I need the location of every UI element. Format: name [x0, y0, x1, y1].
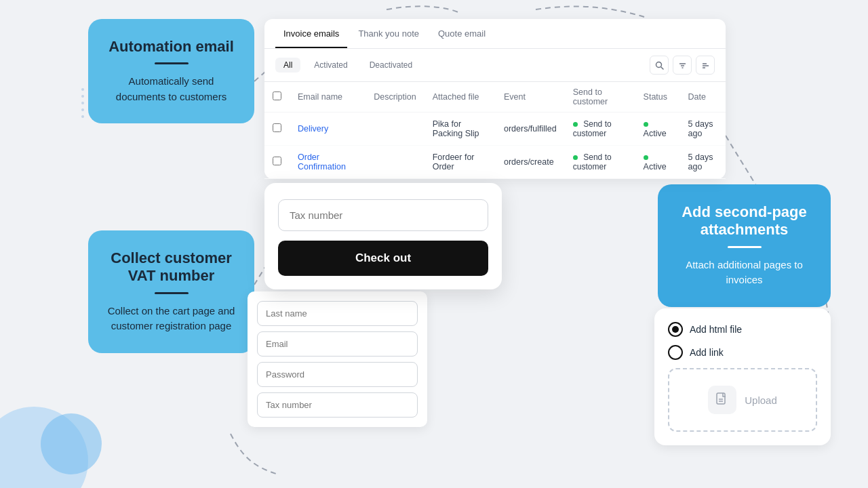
row-event-2: orders/create: [496, 146, 565, 179]
svg-line-1: [661, 67, 663, 69]
card-automation: Automation email Automatically send docu…: [88, 19, 254, 123]
row-date-1: 5 days ago: [680, 113, 726, 146]
sort-button[interactable]: [696, 56, 715, 75]
card-attachments: Add second-page attachments Attach addit…: [658, 184, 831, 307]
upload-icon: [708, 386, 736, 414]
card-automation-title: Automation email: [104, 38, 238, 56]
status-dot-1: [573, 122, 578, 127]
row-1-checkbox[interactable]: [273, 123, 281, 132]
upload-label: Upload: [745, 394, 777, 406]
invoice-filter-bar: All Activated Deactivated: [264, 49, 726, 82]
row-date-2: 5 days ago: [680, 146, 726, 179]
filter-button[interactable]: [673, 56, 692, 75]
attachments-panel: Add html file Add link Upload: [654, 308, 831, 445]
filter-icons-group: [650, 56, 715, 75]
row-description-2: [366, 146, 425, 179]
col-date: Date: [680, 82, 726, 113]
radio-link-icon: [668, 345, 683, 360]
search-icon: [655, 61, 664, 70]
row-send-1: Send to customer: [565, 113, 635, 146]
table-row: Delivery Pika for Packing Slip orders/fu…: [264, 113, 726, 146]
radio-link-label: Add link: [690, 347, 724, 358]
svg-point-0: [656, 62, 661, 67]
last-name-input[interactable]: [257, 301, 418, 326]
filter-all[interactable]: All: [275, 58, 300, 73]
search-button[interactable]: [650, 56, 669, 75]
col-checkbox: [264, 82, 290, 113]
sort-icon: [701, 61, 710, 70]
row-description-1: [366, 113, 425, 146]
registration-panel: [248, 291, 427, 427]
tab-thank-you-note[interactable]: Thank you note: [350, 19, 427, 48]
row-email-name-1[interactable]: Delivery: [290, 113, 366, 146]
tab-invoice-emails[interactable]: Invoice emails: [275, 19, 347, 48]
row-checkbox-1[interactable]: [264, 113, 290, 146]
radio-html-icon: [668, 322, 683, 337]
invoice-panel: Invoice emails Thank you note Quote emai…: [264, 19, 726, 179]
row-send-2: Send to customer: [565, 146, 635, 179]
radio-option-html[interactable]: Add html file: [668, 322, 817, 337]
select-all-checkbox[interactable]: [273, 92, 281, 100]
col-event: Event: [496, 82, 565, 113]
card-attachments-description: Attach additional pages to invoices: [674, 258, 814, 288]
card-vat-description: Collect on the cart page and customer re…: [104, 304, 238, 334]
checkout-button[interactable]: Check out: [278, 241, 488, 276]
active-dot-2: [644, 155, 648, 160]
bg-circle-small: [41, 413, 102, 474]
upload-zone[interactable]: Upload: [668, 368, 817, 432]
password-input[interactable]: [257, 362, 418, 387]
row-attached-file-1: Pika for Packing Slip: [425, 113, 496, 146]
row-status-1: Active: [635, 113, 680, 146]
row-email-name-2[interactable]: Order Confirmation: [290, 146, 366, 179]
email-input[interactable]: [257, 331, 418, 357]
table-row: Order Confirmation Fordeer for Order ord…: [264, 146, 726, 179]
invoice-table: Email name Description Attached file Eve…: [264, 82, 726, 179]
svg-rect-8: [717, 393, 725, 404]
row-attached-file-2: Fordeer for Order: [425, 146, 496, 179]
card-automation-description: Automatically send documents to customer…: [104, 74, 238, 104]
row-2-checkbox[interactable]: [273, 157, 281, 165]
radio-option-link[interactable]: Add link: [668, 345, 817, 360]
file-icon: [715, 392, 730, 407]
status-dot-2: [573, 155, 578, 160]
card-attachments-title: Add second-page attachments: [674, 203, 814, 239]
radio-html-label: Add html file: [690, 324, 742, 335]
row-checkbox-2[interactable]: [264, 146, 290, 179]
tax-number-reg-input[interactable]: [257, 392, 418, 418]
checkout-panel: Check out: [264, 183, 502, 289]
filter-activated[interactable]: Activated: [306, 58, 355, 73]
col-attached-file: Attached file: [425, 82, 496, 113]
card-automation-divider: [155, 62, 189, 64]
card-vat-divider: [155, 292, 189, 294]
filter-icon: [678, 61, 687, 70]
row-status-2: Active: [635, 146, 680, 179]
col-email-name: Email name: [290, 82, 366, 113]
col-status: Status: [635, 82, 680, 113]
card-attachments-divider: [728, 246, 762, 248]
filter-deactivated[interactable]: Deactivated: [361, 58, 420, 73]
row-event-1: orders/fulfilled: [496, 113, 565, 146]
active-dot-1: [644, 122, 648, 127]
invoice-tabs-bar: Invoice emails Thank you note Quote emai…: [264, 19, 726, 49]
tab-quote-email[interactable]: Quote email: [430, 19, 494, 48]
col-description: Description: [366, 82, 425, 113]
card-vat: Collect customer VAT number Collect on t…: [88, 230, 254, 353]
col-send-to-customer: Send to customer: [565, 82, 635, 113]
card-vat-title: Collect customer VAT number: [104, 249, 238, 285]
tax-number-input[interactable]: [278, 199, 488, 231]
